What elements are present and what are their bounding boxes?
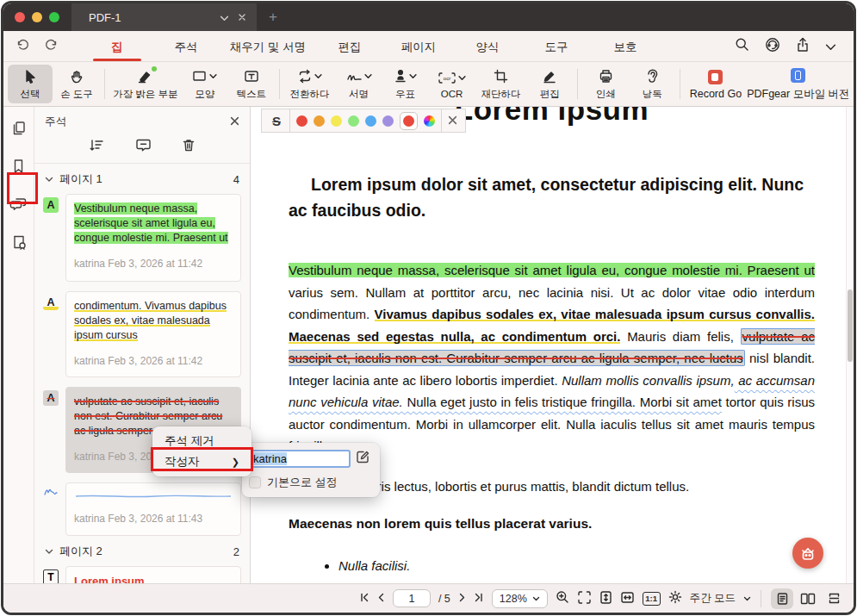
sign-tool-button[interactable]: 서명 (337, 65, 382, 103)
collapse-ribbon-chevron-icon[interactable] (825, 39, 836, 54)
highlight-tool-button[interactable]: 가장 밝은 부분 (110, 65, 181, 103)
card2-meta: katrina Feb 3, 2026 at 11:42 (74, 354, 233, 369)
strikethrough-tool-icon[interactable]: S (270, 114, 283, 128)
sidebar-close-icon[interactable] (230, 116, 239, 128)
ribbon-tab-bar: 집 주석 채우기 및 서명 편집 페이지 양식 도구 보호 (3, 31, 854, 62)
record-go-button[interactable]: Record Go (686, 65, 746, 103)
fit-width-icon[interactable] (620, 591, 635, 607)
previous-page-icon[interactable] (377, 593, 385, 605)
maximize-window-button[interactable] (49, 12, 59, 22)
shape-tool-button[interactable]: 모양 (183, 65, 227, 103)
mobile-version-button[interactable]: PDFgear 모바일 버전 (748, 65, 849, 103)
tab-protect[interactable]: 보호 (591, 33, 660, 60)
hand-tool-button[interactable]: 손 도구 (54, 65, 99, 103)
zoom-level-value: 128% (500, 593, 527, 605)
color-green[interactable] (348, 115, 359, 127)
zoom-in-icon[interactable] (556, 590, 569, 607)
main-toolbar: 선택 손 도구 가장 밝은 부분 모양 텍스트 전환하다 서명 (3, 62, 854, 107)
highlight-annotation-text[interactable]: Vestibulum neque massa, scelerisque sit … (289, 263, 815, 277)
print-button[interactable]: 인쇄 (583, 65, 628, 103)
select-tool-button[interactable]: 선택 (8, 65, 53, 103)
annotation-card-underline[interactable]: A condimentum. Vivamus dapibus sodales e… (41, 291, 241, 377)
color-orange[interactable] (314, 115, 325, 127)
tab-annotation[interactable]: 주석 (152, 33, 220, 60)
stamp-tool-label: 우표 (395, 88, 415, 101)
redo-icon[interactable] (44, 38, 59, 54)
edit-tool-button[interactable]: 편집 (527, 65, 572, 103)
single-page-view-icon[interactable] (771, 588, 793, 609)
set-default-checkbox[interactable] (249, 476, 261, 488)
last-page-icon[interactable] (474, 593, 484, 605)
two-page-view-icon[interactable] (797, 588, 819, 609)
annotation-card-textbox[interactable]: T Lorem ipsum (41, 566, 241, 583)
edit-author-icon[interactable] (357, 451, 370, 467)
next-page-icon[interactable] (458, 593, 466, 605)
zoom-level-select[interactable]: 128% (492, 589, 548, 608)
search-icon[interactable] (735, 37, 749, 55)
fit-height-icon[interactable] (599, 590, 612, 607)
tab-fill-sign[interactable]: 채우기 및 서명 (220, 33, 315, 60)
ocr-tool-label: OCR (441, 89, 463, 99)
assistant-mascot-button[interactable] (792, 538, 823, 569)
color-yellow[interactable] (331, 115, 342, 127)
comments-panel-icon[interactable] (9, 196, 28, 215)
bookmark-icon[interactable] (12, 159, 25, 177)
crop-tool-button[interactable]: 재단하다 (476, 65, 526, 103)
add-comment-icon[interactable] (135, 138, 152, 155)
color-toolbar-close-icon[interactable] (448, 113, 457, 128)
support-icon[interactable] (765, 37, 780, 56)
mobile-phone-icon (791, 68, 805, 83)
color-red[interactable] (296, 115, 307, 127)
share-icon[interactable] (796, 37, 810, 56)
tab-page[interactable]: 페이지 (384, 33, 453, 60)
tab-chevron-down-icon[interactable] (220, 11, 229, 24)
annotation-card-highlight[interactable]: A Vestibulum neque massa, scelerisque si… (41, 194, 241, 282)
italic-text: Nullam mollis convallis ipsum, (562, 373, 734, 388)
tab-form[interactable]: 양식 (453, 33, 522, 60)
new-tab-button[interactable]: + (257, 9, 289, 26)
print-label: 인쇄 (596, 88, 616, 101)
page-thumbnails-icon[interactable] (11, 121, 27, 140)
first-page-icon[interactable] (359, 593, 370, 605)
minimize-window-button[interactable] (32, 12, 42, 22)
view-mode-select[interactable]: 주간 모드 (668, 590, 751, 607)
delete-annotation-icon[interactable] (182, 138, 196, 155)
scrollbar-thumb[interactable] (848, 289, 853, 362)
tab-home[interactable]: 집 (83, 33, 152, 60)
continuous-scroll-view-icon[interactable] (823, 588, 845, 609)
annotation-card-ink[interactable]: katrina Feb 3, 2026 at 11:43 (41, 482, 241, 536)
highlight-badge-icon: A (43, 197, 59, 213)
signature-panel-icon[interactable] (11, 234, 27, 253)
author-name-input[interactable]: katrina (249, 450, 351, 468)
tab-tools[interactable]: 도구 (522, 33, 591, 60)
menu-item-remove-annotation[interactable]: 주석 제거 (157, 431, 247, 451)
svg-text:ocr: ocr (444, 75, 451, 81)
read-aloud-button[interactable]: 낭독 (630, 65, 674, 103)
ocr-tool-button[interactable]: ocr OCR (430, 65, 475, 103)
stamp-tool-button[interactable]: 우표 (383, 65, 428, 103)
ink-annotation-text[interactable]: Nulla eget justo in felis tristique frin… (403, 395, 722, 409)
document-scrollbar[interactable] (846, 107, 854, 583)
tab-close-icon[interactable] (238, 11, 246, 24)
sort-annotations-icon[interactable] (89, 138, 105, 155)
menu-item-author[interactable]: 작성자❯ (157, 451, 247, 472)
read-aloud-label: 낭독 (643, 88, 662, 101)
color-blue[interactable] (365, 115, 376, 127)
convert-tool-button[interactable]: 전환하다 (285, 65, 335, 103)
document-tab[interactable]: PDF-1 (71, 3, 257, 31)
color-purple[interactable] (382, 115, 394, 127)
text-tool-button[interactable]: 텍스트 (229, 65, 274, 103)
fit-page-icon[interactable] (577, 590, 592, 607)
traffic-lights (3, 12, 71, 22)
document-page[interactable]: Lorem ipsum S Lorem ipsum dolor sit amet… (251, 107, 846, 583)
page-number-input[interactable] (393, 589, 431, 607)
undo-icon[interactable] (16, 38, 30, 54)
page1-group-header[interactable]: 페이지 1 4 (34, 164, 250, 192)
page2-group-header[interactable]: 페이지 2 2 (34, 536, 250, 564)
tab-edit[interactable]: 편집 (315, 33, 384, 60)
color-picker-wheel[interactable] (424, 115, 435, 127)
actual-size-icon[interactable]: 1:1 (643, 592, 661, 606)
color-selected[interactable] (400, 112, 418, 130)
set-default-row[interactable]: 기본으로 설정 (249, 475, 373, 490)
close-window-button[interactable] (15, 12, 25, 22)
